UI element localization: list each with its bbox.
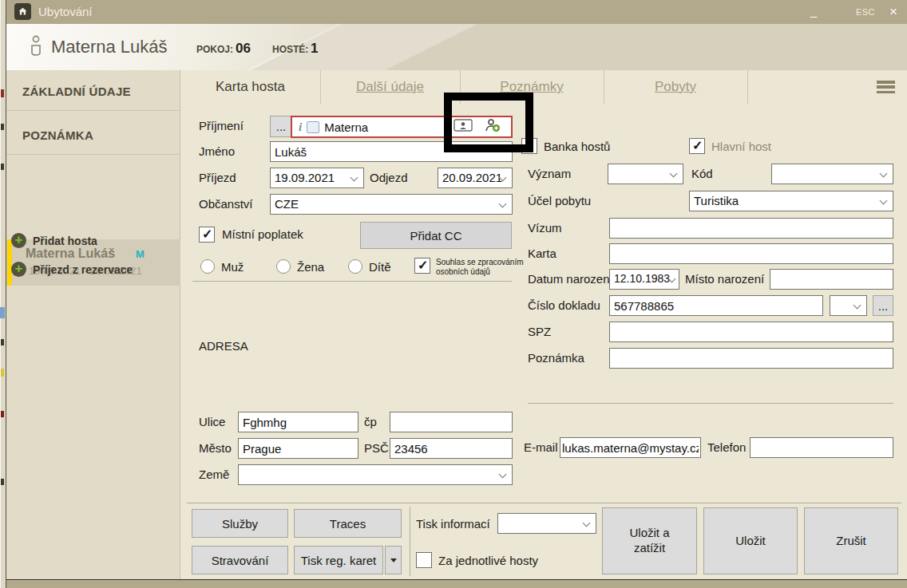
tab-pobyty[interactable]: Pobyty <box>604 70 747 104</box>
house-number-input[interactable] <box>390 412 513 432</box>
meals-button[interactable]: Stravování <box>192 546 288 574</box>
strip-mark <box>1 164 4 170</box>
birth-place-label: Místo narození <box>685 272 764 286</box>
title-bar: Ubytování _ ESC × <box>6 0 907 24</box>
license-plate-label: SPZ <box>528 325 551 338</box>
visa-input[interactable] <box>609 218 893 239</box>
header: Materna Lukáš POKOJ: 06 HOSTÉ: 1 <box>6 24 907 70</box>
consent-label: Souhlas se zpracováním osobních údajů <box>436 258 524 276</box>
strip-mark <box>1 89 4 97</box>
surname-more-button[interactable]: ... <box>270 116 292 137</box>
stay-purpose-label: Účel pobytu <box>528 194 591 207</box>
gender-child-radio[interactable] <box>348 259 362 274</box>
annotation-highlight-box <box>444 93 533 152</box>
phone-label: Telefon <box>707 440 746 454</box>
citizenship-value: CZE <box>275 197 299 211</box>
departure-date-picker[interactable]: 20.09.2021 <box>438 168 513 188</box>
strip-mark <box>1 479 4 485</box>
local-fee-checkbox[interactable] <box>199 227 215 243</box>
local-fee-label: Místní poplatek <box>222 227 303 241</box>
close-icon[interactable]: × <box>889 4 897 20</box>
grid-icon[interactable] <box>307 121 319 133</box>
address-heading: ADRESA <box>199 339 248 353</box>
visa-label: Vízum <box>528 221 562 235</box>
background-window-edge <box>0 0 6 588</box>
add-guest-label: Přidat hosta <box>33 235 97 247</box>
print-info-select[interactable] <box>497 513 596 534</box>
birth-place-input[interactable] <box>770 269 893 290</box>
city-input[interactable] <box>238 438 358 459</box>
main-guest-label: Hlavní host <box>711 140 771 153</box>
per-guest-label: Za jednotlivé hosty <box>438 554 538 567</box>
print-reg-cards-dropdown-button[interactable] <box>385 546 402 574</box>
arrival-date-picker[interactable]: 19.09.2021 <box>270 168 364 188</box>
sidebar: ZÁKLADNÍ ÚDAJE POZNÁMKA Materna Lukáš M … <box>6 70 180 580</box>
significance-select[interactable] <box>608 164 683 184</box>
gender-female-label: Žena <box>297 260 324 274</box>
birth-date-picker[interactable]: 12.10.1983 <box>609 269 679 290</box>
tab-dalsi-udaje[interactable]: Další údaje <box>320 70 460 104</box>
document-more-button[interactable]: ... <box>873 295 893 316</box>
tab-karta-hosta[interactable]: Karta hosta <box>180 70 320 104</box>
note-input[interactable] <box>609 348 893 369</box>
guest-bank-label: Banka hostů <box>544 140 610 153</box>
arrival-from-reservation-button[interactable]: Příjezd z rezervace <box>6 260 180 279</box>
window-title: Ubytování <box>38 5 93 18</box>
consent-checkbox[interactable] <box>414 258 430 274</box>
stay-purpose-select[interactable]: Turistika <box>689 191 893 211</box>
citizenship-label: Občanství <box>199 197 253 211</box>
sidebar-item-zakladni-udaje[interactable]: ZÁKLADNÍ ÚDAJE <box>22 85 131 98</box>
strip-mark <box>1 124 4 130</box>
gender-male-radio[interactable] <box>200 259 215 274</box>
save-button[interactable]: Uložit <box>703 507 798 574</box>
chevron-down-icon <box>670 170 678 178</box>
zip-input[interactable] <box>390 438 513 459</box>
street-label: Ulice <box>199 415 225 428</box>
divider <box>192 281 512 282</box>
strip-mark <box>0 307 5 318</box>
license-plate-input[interactable] <box>609 322 893 342</box>
traces-button[interactable]: Traces <box>294 509 402 538</box>
print-info-label: Tisk informací <box>416 517 490 531</box>
country-select[interactable] <box>238 464 513 485</box>
card-input[interactable] <box>609 243 893 264</box>
gender-female-radio[interactable] <box>276 259 291 274</box>
arrival-date-value: 19.09.2021 <box>275 171 335 184</box>
chevron-down-icon <box>583 519 591 527</box>
plus-icon <box>11 262 26 277</box>
sidebar-item-poznamka[interactable]: POZNÁMKA <box>22 128 93 142</box>
city-label: Město <box>199 441 232 455</box>
firstname-label: Jméno <box>199 144 235 158</box>
email-input[interactable] <box>560 437 701 458</box>
document-type-select[interactable] <box>830 295 867 316</box>
gender-male-label: Muž <box>221 260 244 274</box>
add-guest-button[interactable]: Přidat hosta <box>6 231 180 251</box>
person-icon <box>29 35 43 62</box>
chevron-down-icon <box>499 471 507 479</box>
birth-date-label: Datum narození <box>528 272 613 286</box>
strip-mark <box>1 339 4 345</box>
street-input[interactable] <box>238 412 358 432</box>
info-icon[interactable]: i <box>297 120 302 134</box>
cancel-button[interactable]: Zrušit <box>804 507 898 574</box>
esc-button[interactable]: ESC <box>856 7 875 17</box>
strip-mark <box>1 369 4 377</box>
chevron-down-icon <box>880 197 888 205</box>
stay-purpose-value: Turistika <box>694 194 739 207</box>
minimize-button[interactable]: _ <box>805 2 822 21</box>
phone-input[interactable] <box>750 437 893 458</box>
surname-label: Příjmení <box>199 119 244 132</box>
main-guest-checkbox[interactable] <box>689 138 705 154</box>
email-label: E-mail <box>524 440 558 454</box>
menu-icon[interactable] <box>877 81 895 93</box>
citizenship-select[interactable]: CZE <box>270 194 513 215</box>
guest-card-panel: Karta hosta Další údaje Poznámky Pobyty … <box>180 70 907 580</box>
add-cc-button[interactable]: Přidat CC <box>360 222 512 249</box>
per-guest-checkbox[interactable] <box>416 552 432 568</box>
code-select[interactable] <box>771 164 893 184</box>
save-and-charge-button[interactable]: Uložit a zatížit <box>602 507 697 574</box>
services-button[interactable]: Služby <box>192 509 288 538</box>
chevron-down-icon <box>854 302 861 310</box>
document-number-input[interactable] <box>609 295 823 316</box>
print-reg-cards-button[interactable]: Tisk reg. karet <box>294 546 383 574</box>
